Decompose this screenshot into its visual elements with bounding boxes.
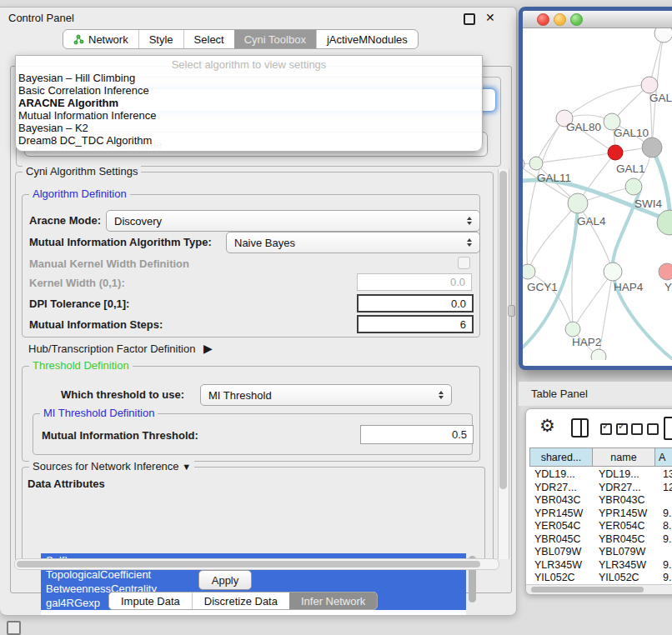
table-row[interactable]: YLR345WYLR345W9.	[529, 559, 672, 572]
dpi-tolerance-value: 0.0	[451, 298, 466, 310]
network-edge[interactable]	[573, 272, 613, 329]
collapse-right-icon: ▶	[203, 342, 213, 355]
tab-style[interactable]: Style	[138, 30, 183, 48]
network-edge[interactable]	[578, 203, 613, 272]
which-threshold-combobox[interactable]: MI Threshold	[200, 384, 452, 406]
network-node[interactable]	[625, 178, 642, 195]
network-node[interactable]	[608, 145, 623, 160]
kernel-width-field[interactable]: 0.0	[357, 273, 472, 291]
tab-cyni-toolbox[interactable]: Cyni Toolbox	[234, 30, 316, 48]
tab-jactivemnodules[interactable]: jActiveMNodules	[316, 30, 418, 48]
split-view-icon[interactable]	[571, 418, 589, 438]
threshold-definition-title: Threshold Definition	[29, 359, 133, 372]
table-row[interactable]: YBL079WYBL079W	[529, 546, 672, 559]
panel-splitter-handle[interactable]	[508, 305, 515, 317]
network-node[interactable]	[641, 77, 658, 93]
algorithm-option[interactable]: Dream8 DC_TDC Algorithm	[16, 134, 482, 147]
desktop: Control Panel ✕ Network Style Select	[0, 0, 672, 635]
settings-horizontal-scrollbar-thumb[interactable]	[17, 561, 480, 568]
manual-kernel-checkbox[interactable]	[458, 257, 470, 269]
column-header-partial[interactable]: A	[655, 448, 672, 467]
gear-icon[interactable]: ⚙	[539, 416, 555, 436]
network-graph[interactable]: GALGAL80GAL10GAL1GAL11SWI4GAL4GCY1HAP4YH…	[523, 28, 672, 360]
network-node[interactable]	[604, 262, 622, 281]
table-horizontal-scrollbar[interactable]	[526, 584, 672, 595]
algorithm-option[interactable]: Mutual Information Inference	[16, 109, 482, 122]
which-threshold-label: Which threshold to use:	[61, 388, 184, 401]
network-node[interactable]	[657, 210, 672, 235]
network-node[interactable]	[523, 264, 535, 279]
network-node[interactable]	[529, 157, 543, 170]
table-row[interactable]: YER054CYER054C8.	[529, 520, 672, 533]
settings-vertical-scrollbar-thumb[interactable]	[499, 171, 507, 489]
settings-vertical-scrollbar[interactable]	[498, 169, 509, 559]
algorithm-option[interactable]: Bayesian – K2	[16, 122, 482, 134]
network-node[interactable]	[565, 322, 580, 337]
data-attributes-label: Data Attributes	[28, 478, 105, 490]
mi-steps-value: 6	[460, 318, 466, 331]
table-horizontal-scrollbar-thumb[interactable]	[531, 587, 644, 592]
tab-network[interactable]: Network	[63, 30, 138, 48]
network-node-label: Y	[664, 281, 672, 293]
network-node-label: GAL1	[616, 162, 645, 175]
cyni-bottom-tabbar: Impute Data Discretize Data Infer Networ…	[108, 592, 378, 610]
network-view-window[interactable]: GALGAL80GAL10GAL1GAL11SWI4GAL4GCY1HAP4YH…	[519, 7, 672, 370]
tab-network-label: Network	[88, 33, 128, 46]
kernel-width-value: 0.0	[450, 276, 465, 288]
algorithm-dropdown-header: Select algorithm to view settings	[16, 58, 482, 72]
column-header-name[interactable]: name	[593, 448, 655, 467]
network-node[interactable]	[642, 138, 662, 158]
algorithm-dropdown-popup: Select algorithm to view settings Bayesi…	[15, 55, 483, 152]
table-header: shared... name A	[529, 448, 672, 467]
table-row[interactable]: YIL052CYIL052C9.	[529, 572, 672, 584]
apply-button[interactable]: Apply	[198, 570, 252, 590]
cyni-algorithm-settings-group: Cyni Algorithm Settings Algorithm Defini…	[15, 172, 494, 562]
mi-steps-field[interactable]: 6	[357, 315, 474, 333]
manual-kernel-label: Manual Kernel Width Definition	[29, 258, 189, 270]
column-header-shared-name[interactable]: shared...	[529, 448, 593, 467]
network-edge[interactable]	[527, 118, 564, 272]
algorithm-option[interactable]: ARACNE Algorithm	[16, 97, 482, 109]
stepper-arrows-icon	[463, 217, 476, 226]
close-traffic-light-icon[interactable]	[537, 13, 549, 26]
table-row[interactable]: YDR27...YDR27...12	[529, 482, 672, 495]
table-row[interactable]: YDL19...YDL19...13	[529, 468, 672, 482]
tab-jactivemnodules-label: jActiveMNodules	[327, 33, 408, 46]
network-node[interactable]	[568, 193, 588, 213]
dpi-tolerance-field[interactable]: 0.0	[357, 294, 474, 312]
deselect-all-icon[interactable]	[631, 423, 659, 435]
mi-type-combobox[interactable]: Naive Bayes	[226, 232, 480, 253]
minimized-panel-icon[interactable]	[7, 621, 21, 635]
tab-impute-data[interactable]: Impute Data	[109, 592, 192, 609]
zoom-traffic-light-icon[interactable]	[570, 13, 583, 26]
mi-threshold-value: 0.5	[452, 428, 467, 441]
select-all-icon[interactable]: ✓ ✓	[600, 423, 628, 435]
tab-infer-network[interactable]: Infer Network	[289, 592, 377, 609]
tab-style-label: Style	[149, 33, 173, 46]
table-row[interactable]: YBR043CYBR043C	[529, 494, 672, 508]
aracne-mode-combobox[interactable]: Discovery	[106, 210, 480, 232]
mi-steps-label: Mutual Information Steps:	[29, 318, 163, 331]
network-canvas[interactable]: GALGAL80GAL10GAL1GAL11SWI4GAL4GCY1HAP4YH…	[523, 28, 672, 360]
tab-discretize-data[interactable]: Discretize Data	[192, 592, 289, 609]
network-edge[interactable]	[536, 152, 615, 163]
network-edge[interactable]	[564, 85, 649, 118]
minimize-traffic-light-icon[interactable]	[554, 13, 566, 26]
table-row[interactable]: YPR145WYPR145W9.	[529, 508, 672, 521]
settings-horizontal-scrollbar[interactable]	[14, 558, 499, 570]
tab-impute-data-label: Impute Data	[121, 595, 180, 608]
network-node[interactable]	[659, 263, 672, 280]
network-node[interactable]	[654, 28, 672, 42]
network-window-titlebar[interactable]	[523, 11, 672, 28]
algorithm-option[interactable]: Bayesian – Hill Climbing	[16, 72, 482, 84]
new-table-icon[interactable]	[664, 417, 672, 440]
hub-definition-toggle[interactable]: Hub/Transcription Factor Definition ▶	[28, 342, 213, 355]
float-window-icon[interactable]	[464, 13, 475, 25]
tab-select[interactable]: Select	[183, 30, 234, 48]
close-icon[interactable]: ✕	[485, 11, 495, 24]
algorithm-option[interactable]: Basic Correlation Inference	[16, 84, 482, 97]
network-node[interactable]	[591, 349, 606, 360]
mi-threshold-label: Mutual Information Threshold:	[42, 429, 198, 442]
table-row[interactable]: YBR045CYBR045C9.	[529, 533, 672, 547]
mi-threshold-field[interactable]: 0.5	[360, 425, 474, 444]
